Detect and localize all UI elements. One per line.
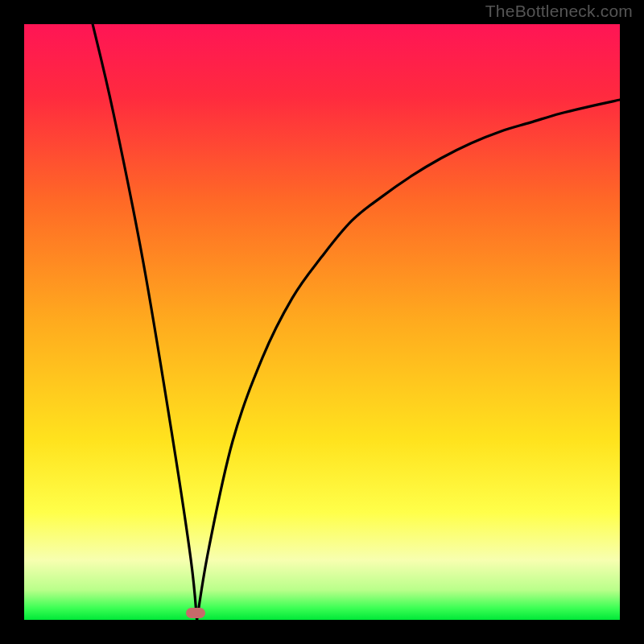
plot-area — [24, 24, 620, 620]
watermark-text: TheBottleneck.com — [485, 2, 633, 21]
chart-container: TheBottleneck.com — [0, 0, 644, 644]
curve-right-branch — [197, 100, 620, 620]
bottleneck-curve — [24, 24, 620, 620]
optimum-marker — [186, 608, 205, 618]
curve-left-branch — [93, 24, 197, 620]
